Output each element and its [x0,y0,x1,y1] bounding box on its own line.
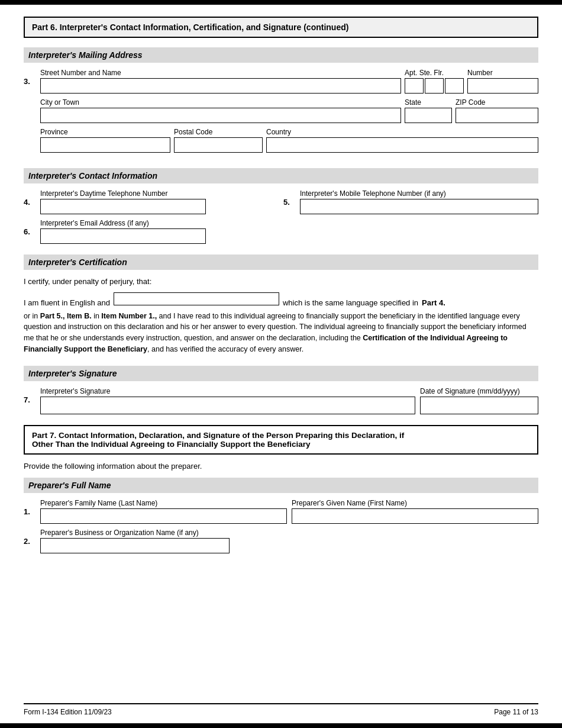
signature-section: Interpreter's Signature 7. Interpreter's… [24,366,538,414]
part7-header-line2: Other Than the Individual Agreeing to Fi… [32,440,530,449]
item5-container: 5. Interpreter's Mobile Telephone Number… [283,189,538,214]
country-label: Country [266,128,538,136]
family-name-group: Preparer's Family Name (Last Name) [40,499,287,524]
daytime-phone-label: Interpreter's Daytime Telephone Number [40,189,279,198]
province-input[interactable] [40,137,170,153]
sig-group: Interpreter's Signature [40,387,415,414]
apt-box-3[interactable] [445,78,464,94]
given-name-label: Preparer's Given Name (First Name) [292,499,538,507]
name-fields-row: Preparer's Family Name (Last Name) Prepa… [40,499,538,524]
mobile-phone-group: Interpreter's Mobile Telephone Number (i… [300,189,538,214]
cert-bold3: Item Number 1., [101,312,157,320]
item3-row: 3. Street Number and Name Apt. Ste. Flr. [24,69,538,157]
part7-header-line1: Part 7. Contact Information, Declaration… [32,431,530,440]
province-label: Province [40,128,170,136]
number-group: Number [467,69,538,94]
street-group: Street Number and Name [40,69,401,94]
province-row: Province Postal Code Country [40,128,538,153]
business-label: Preparer's Business or Organization Name… [40,529,230,537]
part6-continued: (continued) [303,22,348,32]
number-input[interactable] [467,78,538,94]
cert-bold1: Part 5., [40,312,65,320]
family-name-label: Preparer's Family Name (Last Name) [40,499,287,507]
fluent-row: I am fluent in English and which is the … [24,292,538,307]
apt-label-row: Apt. Ste. Flr. [405,69,444,77]
part6-header: Part 6. Interpreter's Contact Informatio… [24,17,538,38]
item1-row: 1. Preparer's Family Name (Last Name) Pr… [24,499,538,524]
city-label: City or Town [40,98,401,107]
items-4-5-row: 4. Interpreter's Daytime Telephone Numbe… [24,189,538,214]
language-input[interactable] [114,292,279,305]
country-group: Country [266,128,538,153]
apt-label: Apt. Ste. Flr. [405,69,444,77]
postal-group: Postal Code [174,128,263,153]
item4-container: 4. Interpreter's Daytime Telephone Numbe… [24,189,279,214]
bottom-bar [0,723,562,728]
item5-number: 5. [283,189,295,214]
given-name-group: Preparer's Given Name (First Name) [292,499,538,524]
mobile-phone-input[interactable] [300,199,538,214]
footer: Form I-134 Edition 11/09/23 Page 11 of 1… [24,703,538,716]
postal-input[interactable] [174,137,263,153]
item6-row: 6. Interpreter's Email Address (if any) [24,219,538,244]
preparer-name-section: Preparer's Full Name 1. Preparer's Famil… [24,478,538,553]
provide-text: Provide the following information about … [24,462,538,471]
fluent-bold: Part 4. [422,298,445,307]
country-input[interactable] [266,137,538,153]
item7-number: 7. [24,387,35,414]
province-group: Province [40,128,170,153]
cert-para: or in Part 5., Item B. in Item Number 1.… [24,311,538,355]
street-label: Street Number and Name [40,69,401,77]
daytime-phone-group: Interpreter's Daytime Telephone Number [40,189,279,214]
email-input[interactable] [40,228,206,244]
page: Part 6. Interpreter's Contact Informatio… [0,0,562,728]
apt-boxes [405,78,464,94]
contact-info-title: Interpreter's Contact Information [24,168,538,183]
item4-number: 4. [24,189,35,214]
date-group: Date of Signature (mm/dd/yyyy) [420,387,538,414]
city-group: City or Town [40,98,401,123]
cert-bold4: Certification of the Individual Agreeing… [24,334,508,353]
date-sig-label: Date of Signature (mm/dd/yyyy) [420,387,538,395]
state-input[interactable] [405,108,452,123]
top-bar [0,0,562,5]
sig-label: Interpreter's Signature [40,387,415,395]
contact-info-section: Interpreter's Contact Information 4. Int… [24,168,538,244]
item3-number: 3. [24,69,35,157]
item7-row: 7. Interpreter's Signature Date of Signa… [24,387,538,414]
item2-number: 2. [24,529,35,553]
email-group: Interpreter's Email Address (if any) [40,219,538,244]
certification-section: Interpreter's Certification I certify, u… [24,255,538,355]
zip-input[interactable] [456,108,538,123]
part6-title: Part 6. Interpreter's Contact Informatio… [32,22,301,32]
sig-row: Interpreter's Signature Date of Signatur… [40,387,538,414]
given-name-input[interactable] [292,508,538,524]
footer-left: Form I-134 Edition 11/09/23 [24,708,112,716]
family-name-input[interactable] [40,508,287,524]
item6-number: 6. [24,219,35,244]
apt-box-1[interactable] [405,78,424,94]
fluent-text1: I am fluent in English and [24,298,110,307]
business-input[interactable] [40,538,230,553]
street-input[interactable] [40,78,401,94]
zip-label: ZIP Code [456,98,538,107]
city-input[interactable] [40,108,401,123]
daytime-phone-input[interactable] [40,199,206,214]
item1-number: 1. [24,499,35,524]
email-label: Interpreter's Email Address (if any) [40,219,538,227]
postal-label: Postal Code [174,128,263,136]
sig-input[interactable] [40,397,415,414]
zip-group: ZIP Code [456,98,538,123]
state-group: State [405,98,452,123]
item2-row: 2. Preparer's Business or Organization N… [24,529,538,553]
mobile-phone-label: Interpreter's Mobile Telephone Number (i… [300,189,538,198]
mailing-address-title: Interpreter's Mailing Address [24,47,538,63]
business-group: Preparer's Business or Organization Name… [40,529,230,553]
apt-group: Apt. Ste. Flr. [405,69,464,94]
sig-title: Interpreter's Signature [24,366,538,381]
apt-box-2[interactable] [425,78,444,94]
certification-title: Interpreter's Certification [24,255,538,270]
date-sig-input[interactable] [420,397,538,414]
preparer-name-title: Preparer's Full Name [24,478,538,493]
cert-bold2: Item B. [67,312,92,320]
